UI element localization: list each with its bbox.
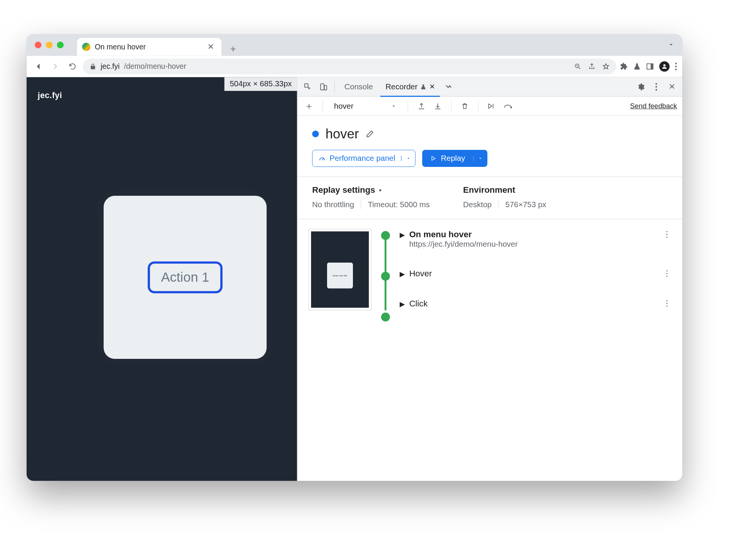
delete-recording-icon[interactable] bbox=[458, 99, 471, 113]
nav-reload-button[interactable] bbox=[66, 60, 79, 73]
favicon-icon bbox=[82, 43, 90, 51]
devtools-panel: Console Recorder ✕ ✕ ＋ hover bbox=[297, 77, 682, 481]
svg-point-3 bbox=[675, 62, 677, 64]
svg-rect-6 bbox=[321, 84, 324, 90]
gauge-icon bbox=[318, 155, 326, 162]
profile-avatar[interactable] bbox=[659, 61, 669, 71]
flow-actions: Performance panel Replay bbox=[297, 150, 682, 176]
svg-rect-2 bbox=[651, 63, 653, 69]
nav-back-button[interactable] bbox=[32, 60, 45, 73]
devtools-menu-icon[interactable] bbox=[650, 80, 663, 93]
dimensions-badge: 504px × 685.33px bbox=[225, 77, 297, 90]
url-path: /demo/menu-hover bbox=[124, 62, 187, 70]
chevron-right-icon: ▶ bbox=[400, 270, 405, 278]
tab-close-button[interactable]: ✕ bbox=[205, 42, 216, 52]
browser-tabstrip: On menu hover ✕ ＋ bbox=[27, 34, 682, 56]
step-row[interactable]: ▶ Click ⋮ bbox=[400, 298, 671, 308]
inspect-element-icon[interactable] bbox=[301, 80, 314, 93]
timeout-value[interactable]: Timeout: 5000 ms bbox=[368, 200, 430, 209]
flask-icon bbox=[421, 83, 427, 90]
svg-rect-7 bbox=[324, 85, 327, 90]
recording-status-dot bbox=[312, 131, 319, 138]
device-toolbar-icon[interactable] bbox=[316, 80, 330, 93]
demo-card: Action 1 bbox=[104, 196, 267, 359]
more-tabs-icon[interactable] bbox=[442, 80, 455, 93]
tab-console[interactable]: Console bbox=[339, 77, 378, 97]
devtools-close-icon[interactable]: ✕ bbox=[665, 80, 679, 93]
tab-recorder-close-icon[interactable]: ✕ bbox=[429, 82, 435, 90]
url-host: jec.fyi bbox=[101, 62, 120, 70]
play-icon bbox=[430, 155, 437, 162]
step-menu-icon[interactable]: ⋮ bbox=[663, 268, 671, 278]
send-feedback-link[interactable]: Send feedback bbox=[630, 102, 677, 110]
replay-settings-bar: Replay settings No throttling Timeout: 5… bbox=[297, 176, 682, 219]
web-page-viewport: jec.fyi 504px × 685.33px Action 1 bbox=[27, 77, 297, 481]
edit-flow-name-icon[interactable] bbox=[365, 130, 374, 138]
perf-dropdown-icon[interactable] bbox=[401, 156, 415, 161]
export-icon[interactable] bbox=[414, 99, 428, 113]
svg-point-11 bbox=[510, 106, 512, 108]
svg-point-9 bbox=[655, 86, 657, 87]
tab-title: On menu hover bbox=[95, 43, 201, 51]
recorder-toolbar: ＋ hover Send feedback bbox=[297, 97, 682, 116]
action-1-button[interactable]: Action 1 bbox=[148, 262, 223, 293]
new-tab-button[interactable]: ＋ bbox=[226, 41, 241, 56]
viewport-value[interactable]: 576×753 px bbox=[505, 200, 546, 209]
screenshot-thumbnail[interactable]: hover over this bbox=[308, 229, 372, 311]
svg-point-5 bbox=[675, 68, 677, 70]
svg-point-8 bbox=[655, 83, 657, 84]
step-row[interactable]: ▶ Hover ⋮ bbox=[400, 268, 671, 278]
timeline-dot-icon bbox=[381, 312, 390, 321]
flow-title: hover bbox=[326, 126, 359, 142]
timeline-dot-icon bbox=[381, 231, 390, 240]
performance-panel-button[interactable]: Performance panel bbox=[312, 150, 416, 167]
replay-button[interactable]: Replay bbox=[422, 150, 487, 167]
device-value[interactable]: Desktop bbox=[463, 200, 492, 209]
import-icon[interactable] bbox=[431, 99, 444, 113]
replay-dropdown-icon[interactable] bbox=[473, 156, 487, 161]
url-bar[interactable]: jec.fyi/demo/menu-hover bbox=[83, 59, 616, 74]
labs-icon[interactable] bbox=[633, 62, 641, 70]
chevron-down-icon bbox=[391, 103, 397, 109]
nav-forward-button[interactable] bbox=[49, 60, 62, 73]
timeline-dot-icon bbox=[381, 272, 390, 281]
devtools-settings-icon[interactable] bbox=[634, 80, 647, 93]
tabs-dropdown-button[interactable] bbox=[667, 41, 675, 49]
window-zoom-button[interactable] bbox=[57, 42, 64, 49]
zoom-icon[interactable] bbox=[574, 63, 582, 70]
browser-menu-button[interactable] bbox=[675, 62, 677, 70]
window-close-button[interactable] bbox=[35, 42, 41, 49]
side-panel-icon[interactable] bbox=[646, 62, 654, 70]
new-recording-button[interactable]: ＋ bbox=[302, 99, 316, 113]
tab-recorder[interactable]: Recorder ✕ bbox=[380, 77, 440, 97]
flow-header: hover bbox=[297, 116, 682, 150]
share-icon[interactable] bbox=[588, 63, 596, 70]
play-step-icon[interactable] bbox=[485, 99, 498, 113]
browser-tab[interactable]: On menu hover ✕ bbox=[77, 38, 221, 56]
extensions-icon[interactable] bbox=[620, 62, 628, 70]
step-row[interactable]: ▶ On menu hover https://jec.fyi/demo/men… bbox=[400, 230, 671, 249]
svg-point-4 bbox=[675, 65, 677, 67]
page-brand: jec.fyi bbox=[38, 90, 62, 100]
svg-point-10 bbox=[655, 89, 657, 90]
devtools-tabstrip: Console Recorder ✕ ✕ bbox=[297, 77, 682, 97]
bookmark-star-icon[interactable] bbox=[602, 63, 610, 70]
recording-select[interactable]: hover bbox=[330, 101, 401, 110]
chevron-right-icon: ▶ bbox=[400, 300, 405, 308]
step-menu-icon[interactable]: ⋮ bbox=[663, 230, 671, 239]
browser-toolbar: jec.fyi/demo/menu-hover bbox=[27, 56, 682, 78]
environment-heading: Environment bbox=[463, 185, 546, 195]
replay-settings-heading[interactable]: Replay settings bbox=[312, 185, 430, 195]
step-menu-icon[interactable]: ⋮ bbox=[663, 298, 671, 308]
step-over-icon[interactable] bbox=[501, 99, 514, 113]
chevron-right-icon bbox=[378, 188, 383, 192]
chevron-right-icon: ▶ bbox=[400, 231, 405, 239]
window-minimize-button[interactable] bbox=[46, 42, 53, 49]
throttling-value[interactable]: No throttling bbox=[312, 200, 354, 209]
window-controls bbox=[35, 42, 63, 49]
lock-icon bbox=[90, 63, 96, 70]
steps-panel: hover over this ▶ On menu hover https://… bbox=[297, 219, 682, 320]
step-timeline bbox=[380, 229, 391, 311]
